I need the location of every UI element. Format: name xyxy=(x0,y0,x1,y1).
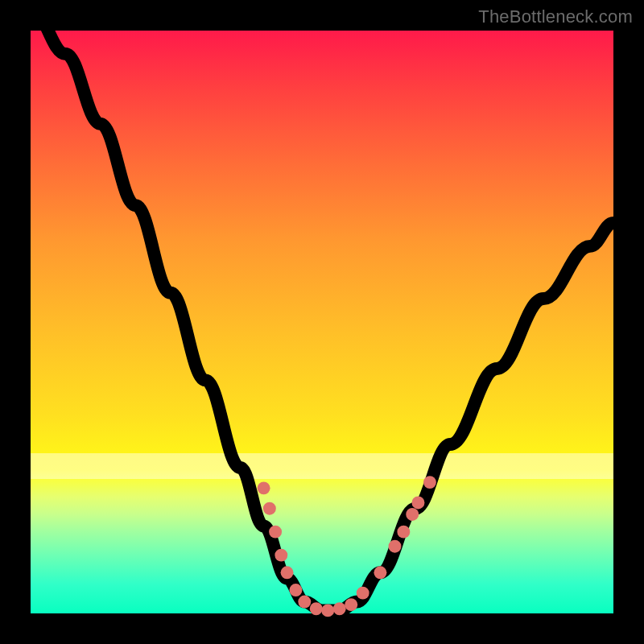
curve-marker xyxy=(275,549,287,562)
curve-marker xyxy=(263,502,276,515)
watermark-text: TheBottleneck.com xyxy=(478,6,633,27)
curve-markers xyxy=(258,476,436,617)
curve-marker xyxy=(397,526,410,539)
plot-area xyxy=(31,31,613,613)
curve-marker xyxy=(333,602,346,615)
curve-marker xyxy=(258,481,270,494)
curve-marker xyxy=(310,602,323,615)
curve-marker xyxy=(357,587,369,600)
curve-marker xyxy=(406,508,419,521)
chart-svg xyxy=(31,31,613,613)
curve-marker xyxy=(269,526,282,539)
bottleneck-curve xyxy=(31,7,613,610)
curve-marker xyxy=(281,566,294,579)
curve-marker xyxy=(374,566,386,579)
curve-marker xyxy=(298,596,311,609)
curve-marker xyxy=(423,476,436,489)
curve-marker xyxy=(321,604,334,617)
chart-frame: TheBottleneck.com xyxy=(0,0,644,644)
curve-marker xyxy=(345,598,357,611)
curve-marker xyxy=(411,496,424,509)
curve-marker xyxy=(289,584,302,597)
curve-marker xyxy=(389,540,402,553)
